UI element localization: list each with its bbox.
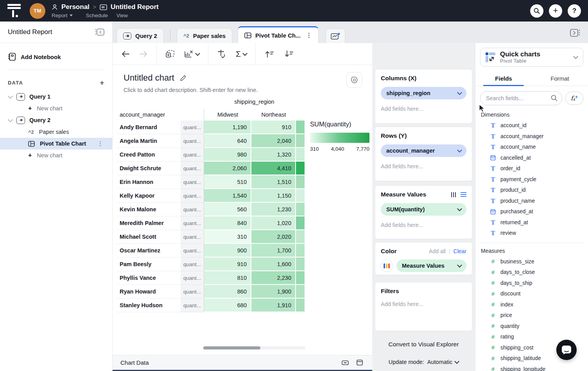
add-button[interactable]: + <box>549 4 562 18</box>
tab-query2[interactable]: -✱ Query 2 <box>117 28 164 43</box>
chat-support-button[interactable] <box>556 340 577 360</box>
pivot-cell: 2,020 <box>251 230 296 244</box>
app-logo-icon[interactable] <box>7 4 21 18</box>
add-chart-tab-button[interactable] <box>326 29 345 43</box>
swap-axes-button[interactable] <box>217 49 226 59</box>
pivot-row-header: Meredith Palmer <box>117 216 181 230</box>
sort-ascending-button[interactable] <box>264 50 274 58</box>
pivot-cell-partial <box>296 244 305 258</box>
rows-y-pill-account-manager[interactable]: account_manager <box>381 144 466 157</box>
text-type-icon: T <box>490 187 496 193</box>
chart-type-picker[interactable]: Quick charts Pivot Table <box>480 48 583 67</box>
pivot-column-header-northeast[interactable]: Northeast <box>251 112 296 118</box>
sidebar-item-new-chart-2[interactable]: + New chart <box>0 149 112 161</box>
measure-field-business_size[interactable]: #business_size <box>480 256 583 267</box>
breadcrumb-workspace[interactable]: Personal <box>61 3 90 11</box>
measure-field-days_to_close[interactable]: #days_to_close <box>480 267 583 278</box>
measure-field-price[interactable]: #price <box>480 310 583 321</box>
scrollbar-thumb[interactable] <box>203 346 260 349</box>
pivot-column-header-midwest[interactable]: Midwest <box>204 112 251 118</box>
sidebar-item-new-chart-1[interactable]: + New chart <box>0 103 112 114</box>
dimension-field-review[interactable]: Treview <box>480 228 583 239</box>
help-button[interactable]: ? <box>568 4 581 18</box>
chart-data-bar: Chart Data <box>113 355 372 370</box>
remove-chart-button[interactable] <box>184 50 199 58</box>
dimension-field-account_id[interactable]: Taccount_id <box>480 120 583 131</box>
undo-button[interactable] <box>121 50 130 58</box>
tab-paper-sales[interactable]: ^2 Paper sales <box>177 28 232 43</box>
pivot-row-header: Dwight Schrute <box>117 162 181 175</box>
measure-pill-sum-quantity[interactable]: SUM(quantity) <box>381 203 466 216</box>
menu-report[interactable]: Report <box>52 13 73 18</box>
kebab-menu-icon[interactable]: ⋮ <box>306 32 312 39</box>
avatar[interactable]: TM <box>30 3 45 19</box>
convert-to-visual-explorer-button[interactable]: Convert to Visual Explorer <box>375 341 472 348</box>
tab-pivot-table-chart[interactable]: Pivot Table Ch... ⋮ <box>238 26 319 43</box>
dimension-field-account_manager[interactable]: Taccount_manager <box>480 131 583 142</box>
pivot-measure-label: quant... <box>181 175 204 189</box>
columns-layout-icon[interactable] <box>451 192 456 197</box>
text-type-icon: T <box>490 176 496 183</box>
dimension-field-cancelled_at[interactable]: cancelled_at <box>480 153 583 164</box>
measure-field-index[interactable]: #index <box>480 299 583 310</box>
tab-fields[interactable]: Fields <box>475 70 532 86</box>
breadcrumb-report-name[interactable]: Untitled Report <box>111 3 159 11</box>
pivot-row-field-header[interactable]: account_manager <box>117 109 204 121</box>
search-button[interactable] <box>530 4 543 18</box>
query-icon: -✱ <box>123 32 131 40</box>
color-palette-icon[interactable] <box>381 260 393 272</box>
dimension-field-payment_cycle[interactable]: Tpayment_cycle <box>480 174 583 185</box>
sidebar-item-query2[interactable]: -✱ Query 2 <box>0 114 112 126</box>
add-formula-button[interactable]: fx+ <box>565 92 583 105</box>
dimension-field-account_name[interactable]: Taccount_name <box>480 142 583 153</box>
chevron-down-icon[interactable] <box>8 117 13 122</box>
dimension-field-purchased_at[interactable]: purchased_at <box>480 206 583 217</box>
columns-x-pill-shipping-region[interactable]: shipping_region <box>381 87 466 99</box>
dimension-field-returned_at[interactable]: Treturned_at <box>480 217 583 228</box>
tab-format[interactable]: Format <box>532 70 588 86</box>
question-icon: ? <box>572 7 576 15</box>
sort-descending-button[interactable] <box>284 50 294 58</box>
text-type-icon: T <box>490 198 496 204</box>
chart-description-placeholder[interactable]: Click to add chart description. Shift-en… <box>113 87 372 93</box>
measures-header: Measures <box>481 248 583 254</box>
pivot-cell-partial <box>296 175 305 189</box>
rows-layout-icon[interactable] <box>461 192 466 197</box>
collapse-panel-icon[interactable] <box>342 360 349 365</box>
measure-field-quantity[interactable]: #quantity <box>480 321 583 332</box>
menu-view[interactable]: View <box>117 13 128 18</box>
measure-field-shipping_longitude[interactable]: #shipping_longitude <box>480 364 583 371</box>
dimension-field-order_id[interactable]: Torder_id <box>480 163 583 174</box>
dimension-field-product_name[interactable]: Tproduct_name <box>480 196 583 207</box>
rows-y-dropzone: Add fields here... <box>381 163 466 169</box>
dimension-field-product_id[interactable]: Tproduct_id <box>480 185 583 196</box>
duplicate-chart-button[interactable] <box>165 50 175 58</box>
pivot-row: Pam Beeslyquant...9101,600 <box>117 258 305 271</box>
sidebar-item-pivot-table-chart[interactable]: Pivot Table Chart ⋮ <box>0 138 112 149</box>
maximize-panel-icon[interactable] <box>357 360 363 366</box>
add-notebook-button[interactable]: Add Notebook <box>0 52 112 61</box>
kebab-menu-icon[interactable]: ⋮ <box>97 140 104 147</box>
chart-title[interactable]: Untitled chart <box>124 73 174 83</box>
redo-button[interactable] <box>139 50 148 58</box>
aggregate-button[interactable]: Σ <box>236 49 247 59</box>
measure-field-days_to_ship[interactable]: #days_to_ship <box>480 278 583 289</box>
measure-field-discount[interactable]: #discount <box>480 288 583 299</box>
color-add-all-link[interactable]: Add all <box>429 248 446 254</box>
menu-schedule[interactable]: Schedule <box>86 13 108 18</box>
horizontal-scrollbar[interactable] <box>203 346 305 349</box>
sidebar-item-paper-sales[interactable]: ^2 Paper sales <box>0 126 112 138</box>
sidebar-item-query1[interactable]: -✱ Query 1 <box>0 91 112 103</box>
chart-settings-button[interactable] <box>346 72 362 88</box>
chevron-down-icon[interactable] <box>8 94 13 99</box>
pivot-column-field-header[interactable]: shipping_region <box>204 99 305 109</box>
color-clear-link[interactable]: Clear <box>454 248 466 254</box>
collapse-sidebar-icon[interactable] <box>94 28 105 36</box>
query-icon: -✱ <box>16 117 25 124</box>
update-mode-select[interactable]: Automatic <box>427 359 459 365</box>
search-fields-input[interactable] <box>480 91 562 105</box>
expand-panel-icon[interactable] <box>569 28 581 38</box>
edit-title-icon[interactable] <box>180 75 186 81</box>
color-pill-measure-values[interactable]: Measure Values <box>396 259 466 272</box>
add-data-icon[interactable]: + <box>100 79 104 87</box>
